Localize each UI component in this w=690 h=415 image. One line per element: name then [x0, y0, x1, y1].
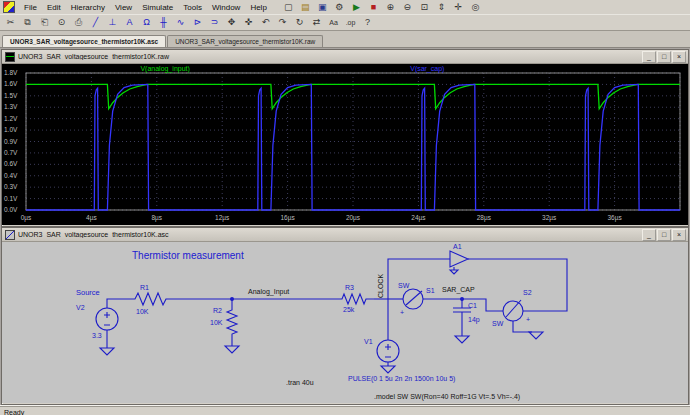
move-icon[interactable]: ✥ — [224, 15, 239, 30]
restore-button[interactable]: □ — [657, 51, 671, 63]
schematic-document-icon — [5, 230, 15, 240]
y-tick-label: 0.0V — [4, 206, 18, 213]
y-tick-label: 1.3V — [4, 103, 18, 110]
redo-icon[interactable]: ↷ — [275, 15, 290, 30]
c1-value: 14p — [468, 316, 480, 324]
voltage-source-V2[interactable]: Source V2 3.3 — [76, 288, 118, 348]
r2-value: 10K — [210, 319, 223, 326]
restore-button[interactable]: □ — [657, 229, 671, 241]
tab-schematic-asc[interactable]: UNOR3_SAR_voltagesource_thermistor10K.as… — [2, 35, 166, 47]
halt-icon[interactable]: ■ — [366, 0, 381, 15]
tab-waveform-raw[interactable]: UNOR3_SAR_voltagesource_thermistor10K.ra… — [167, 35, 323, 47]
voltage-source-V1[interactable]: V1 PULSE(0 1 5u 2n 2n 1500n 10u 5) — [348, 338, 455, 383]
zoom-out-icon[interactable]: ⊖ — [400, 0, 415, 15]
status-text: Ready — [4, 409, 24, 415]
x-tick-label: 20µs — [346, 214, 361, 222]
net-label-source: Source — [76, 288, 100, 297]
toolbar-group-file-sim: ▢ ▤ ▣ ⚙ ▶ ■ ⊕ ⊖ ⊡ ⇕ ✛ ◎ — [280, 0, 484, 15]
waveform-window-buttons: _ □ × — [642, 51, 686, 63]
ground-icon[interactable]: ⊥ — [105, 15, 120, 30]
run-icon[interactable]: ▶ — [349, 0, 364, 15]
y-tick-label: 0.1V — [4, 195, 18, 202]
paste-icon[interactable]: ⎗ — [37, 15, 52, 30]
control-panel-icon[interactable]: ⚙ — [332, 0, 347, 15]
print-icon[interactable]: ⎙ — [71, 15, 86, 30]
zoom-in-icon[interactable]: ⊕ — [383, 0, 398, 15]
y-tick-label: 0.7V — [4, 149, 18, 156]
zoom-full-extents-icon[interactable]: ⊡ — [417, 0, 432, 15]
net-label-clock: CLOCK — [377, 274, 384, 298]
spice-directive-icon[interactable]: .op — [343, 15, 358, 30]
y-tick-label: 1.5V — [4, 92, 18, 99]
close-button[interactable]: × — [672, 51, 686, 63]
find-icon[interactable]: ⊙ — [54, 15, 69, 30]
x-tick-label: 0µs — [21, 214, 32, 222]
inductor-icon[interactable]: ∿ — [173, 15, 188, 30]
y-tick-label: 0.6V — [4, 160, 18, 167]
resistor-R3[interactable]: R3 25k — [338, 284, 374, 313]
menu-simulate[interactable]: Simulate — [137, 2, 178, 13]
ground-symbols — [100, 332, 543, 373]
trace-V(sar_cap) — [26, 84, 680, 210]
net-label-icon[interactable]: A — [122, 15, 137, 30]
app-icon — [3, 1, 15, 13]
r3-name: R3 — [345, 284, 354, 291]
menu-window[interactable]: Window — [207, 2, 245, 13]
menu-tools[interactable]: Tools — [178, 2, 207, 13]
menu-file[interactable]: File — [19, 2, 42, 13]
undo-icon[interactable]: ↶ — [258, 15, 273, 30]
mdi-area: UNOR3_SAR_voltagesource_thermistor10K.ra… — [0, 48, 690, 405]
buffer-A1[interactable]: A1 — [450, 243, 468, 274]
r3-value: 25k — [343, 306, 355, 313]
schematic-canvas[interactable]: Thermistor measurement — [2, 242, 688, 403]
rotate-icon[interactable]: ↻ — [292, 15, 307, 30]
switch-S2[interactable]: S2 SW + — [492, 289, 532, 327]
junction-dot — [460, 297, 464, 301]
mark-data-point-icon[interactable]: ◎ — [468, 0, 483, 15]
waveform-plot-area[interactable]: 1.8V1.6V1.5V1.3V1.2V1.0V0.9V0.7V0.6V0.4V… — [2, 64, 688, 225]
schematic-window-titlebar[interactable]: UNOR3_SAR_voltagesource_thermistor10K.as… — [2, 228, 688, 242]
status-bar: Ready — [0, 405, 690, 415]
resistor-R2[interactable]: R2 10K — [210, 306, 237, 338]
capacitor-C1[interactable]: C1 14p — [453, 302, 480, 324]
menu-help[interactable]: Help — [245, 2, 271, 13]
junction-dot — [230, 297, 234, 301]
x-tick-label: 4µs — [86, 214, 97, 222]
open-file-icon[interactable]: ▤ — [298, 0, 313, 15]
pan-icon[interactable]: ✛ — [451, 0, 466, 15]
y-tick-label: 0.9V — [4, 138, 18, 145]
component-icon[interactable]: ⊃ — [207, 15, 222, 30]
s2-name: S2 — [523, 289, 532, 296]
waveform-window-title: UNOR3_SAR_voltagesource_thermistor10K.ra… — [18, 53, 642, 60]
menu-edit[interactable]: Edit — [42, 2, 66, 13]
new-schematic-icon[interactable]: ▢ — [281, 0, 296, 15]
cut-icon[interactable]: ✂ — [3, 15, 18, 30]
copy-icon[interactable]: ⧉ — [20, 15, 35, 30]
minimize-button[interactable]: _ — [642, 229, 656, 241]
autorange-y-icon[interactable]: ⇕ — [434, 0, 449, 15]
s1-name: S1 — [426, 287, 435, 294]
resistor-icon[interactable]: Ω — [139, 15, 154, 30]
text-icon[interactable]: Aa — [326, 15, 341, 30]
document-tabs: UNOR3_SAR_voltagesource_thermistor10K.as… — [0, 31, 690, 48]
s1-plus-mark: + — [400, 309, 404, 316]
diode-icon[interactable]: ⊳ — [190, 15, 205, 30]
spice-directive-tran: .tran 40u — [286, 379, 314, 386]
menu-hierarchy[interactable]: Hierarchy — [66, 2, 110, 13]
drag-icon[interactable]: ✜ — [241, 15, 256, 30]
menu-view[interactable]: View — [110, 2, 137, 13]
close-button[interactable]: × — [672, 229, 686, 241]
v1-value: PULSE(0 1 5u 2n 2n 1500n 10u 5) — [348, 375, 455, 383]
mirror-icon[interactable]: ⇄ — [309, 15, 324, 30]
wire-network[interactable] — [107, 259, 567, 346]
capacitor-icon[interactable]: ╫ — [156, 15, 171, 30]
resistor-R1[interactable]: R1 10K — [130, 284, 172, 315]
wire-icon[interactable]: ╱ — [88, 15, 103, 30]
y-tick-label: 1.0V — [4, 126, 18, 133]
save-icon[interactable]: ▣ — [315, 0, 330, 15]
help-icon[interactable]: ? — [360, 15, 375, 30]
schematic-window-title: UNOR3_SAR_voltagesource_thermistor10K.as… — [18, 231, 642, 238]
minimize-button[interactable]: _ — [642, 51, 656, 63]
r2-name: R2 — [213, 307, 222, 314]
waveform-window-titlebar[interactable]: UNOR3_SAR_voltagesource_thermistor10K.ra… — [2, 50, 688, 64]
